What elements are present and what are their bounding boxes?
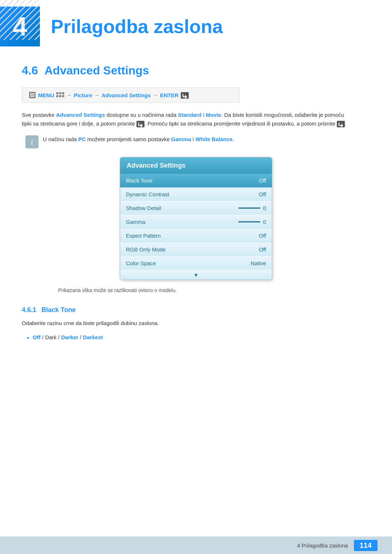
rgb-only-mode-label: RGB Only Mode [126,246,166,253]
menu-row-dynamic-contrast[interactable]: Dynamic Contrast Off [120,188,272,201]
svg-rect-5 [30,96,34,97]
diagonal-decoration [0,0,40,40]
svg-rect-7 [59,92,61,94]
section-heading: 4.6 Advanced Settings [22,64,370,77]
gamma-value: 0 [263,219,266,225]
enter-icon [181,91,189,98]
svg-rect-9 [56,95,58,97]
black-tone-label: Black Tone [126,177,152,184]
chapter-header: 4 Prilagodba zaslona [0,0,392,53]
subsection-title: Black Tone [41,306,76,314]
footer-page-number: 114 [354,540,377,551]
gamma-slider: 0 [238,219,266,225]
bullet-list: Off / Dark / Darker / Darkest [22,333,370,342]
highlight-advanced-settings: Advanced Settings [56,112,105,118]
option-off: Off [33,334,41,340]
note-text: U načinu rada PC možete promijeniti samo… [43,135,234,144]
svg-rect-12 [181,92,189,99]
list-item-options: Off / Dark / Darker / Darkest [33,333,370,342]
menu-panel-wrapper: Advanced Settings Black Tone Off Dynamic… [22,157,370,280]
menu-row-black-tone[interactable]: Black Tone Off [120,174,272,188]
svg-rect-6 [56,92,58,94]
advanced-settings-panel: Advanced Settings Black Tone Off Dynamic… [120,157,272,280]
section-title: Advanced Settings [44,64,149,77]
svg-rect-3 [30,93,34,94]
page-footer: 4 Prilagodba zaslona 114 [0,537,392,554]
subsection-body: Odaberite razinu crne da biste prilagodi… [22,319,370,328]
svg-rect-11 [62,95,64,97]
dynamic-contrast-label: Dynamic Contrast [126,191,169,197]
footer-text: 4 Prilagodba zaslona [297,542,348,549]
arrow1: → [66,92,72,98]
down-arrow-icon: ▼ [193,272,199,278]
menu-row-expert-pattern[interactable]: Expert Pattern Off [120,229,272,243]
section-number: 4.6 [22,64,38,77]
expert-pattern-value: Off [259,233,266,239]
gamma-label: Gamma [126,219,145,225]
highlight-standard: Standard [178,112,201,118]
advanced-label: Advanced Settings [102,92,151,98]
svg-rect-13 [136,121,144,127]
color-space-label: Color Space [126,260,156,266]
menu-row-color-space[interactable]: Color Space Native [120,257,272,270]
option-darker: Darker [61,334,78,340]
dynamic-contrast-value: Off [259,191,266,197]
sep1: / [42,334,45,340]
picture-label: Picture [74,92,92,98]
menu-row-gamma[interactable]: Gamma 0 [120,215,272,229]
svg-rect-4 [30,95,34,95]
note-white-balance: White Balance [195,136,233,142]
black-tone-value: Off [259,177,266,184]
menu-label: MENU [38,92,54,98]
expert-pattern-label: Expert Pattern [126,233,161,239]
shadow-detail-value: 0 [263,205,266,211]
color-space-value: Native [250,260,266,266]
arrow3: → [153,92,158,98]
highlight-movie: Movie [206,112,221,118]
chapter-title: Prilagodba zaslona [51,16,223,37]
panel-caption: Prikazana slika može se razlikovati ovis… [22,287,370,293]
subsection-number: 4.6.1 [22,306,36,314]
option-darkest: Darkest [83,334,103,340]
scroll-down-row: ▼ [120,270,272,280]
menu-row-shadow-detail[interactable]: Shadow Detail 0 [120,201,272,215]
enter-label: ENTER [160,92,179,98]
main-content: 4.6 Advanced Settings MENU → Picture [0,64,392,342]
svg-rect-8 [62,92,64,94]
panel-title: Advanced Settings [120,157,272,174]
shadow-detail-label: Shadow Detail [126,205,161,211]
menu-row-rgb-only-mode[interactable]: RGB Only Mode Off [120,243,272,257]
rgb-only-mode-value: Off [259,246,266,253]
shadow-detail-slider-line [238,208,260,209]
arrow2: → [94,92,99,98]
note-pc: PC [78,136,86,142]
svg-rect-10 [59,95,61,97]
subsection-heading: 4.6.1 Black Tone [22,306,370,314]
shadow-detail-slider: 0 [238,205,266,211]
note-gamma: Gamma [171,136,191,142]
note-box: i U načinu rada PC možete promijeniti sa… [22,135,370,148]
option-dark: Dark [45,334,57,340]
gamma-slider-line [238,221,260,222]
svg-rect-14 [337,121,345,127]
note-icon: i [25,135,38,148]
menu-path-bar: MENU → Picture → Advanced Settings → ENT… [22,87,240,103]
body-paragraph-1: Sve postavke Advanced Settings dostupne … [22,111,348,128]
menu-icon [29,91,36,99]
svg-text:i: i [31,138,33,147]
menu-icon-grid [56,91,64,98]
svg-rect-1 [0,0,40,40]
